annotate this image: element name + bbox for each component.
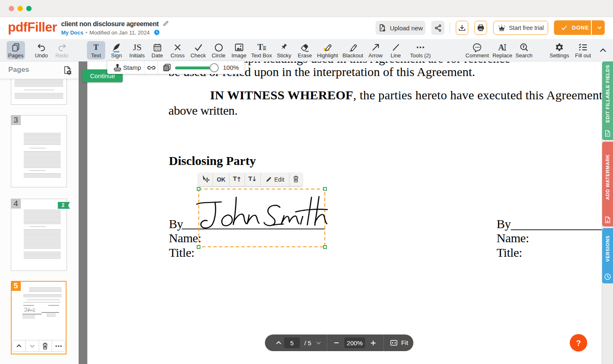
svg-text:?: ? bbox=[576, 339, 581, 347]
svg-text:A: A bbox=[498, 43, 504, 52]
svg-text:T: T bbox=[257, 42, 263, 52]
svg-text:T: T bbox=[94, 43, 99, 52]
svg-text:T: T bbox=[248, 175, 252, 182]
svg-text:A: A bbox=[607, 220, 609, 223]
svg-text:T: T bbox=[233, 175, 237, 182]
svg-text:JS: JS bbox=[133, 42, 141, 52]
